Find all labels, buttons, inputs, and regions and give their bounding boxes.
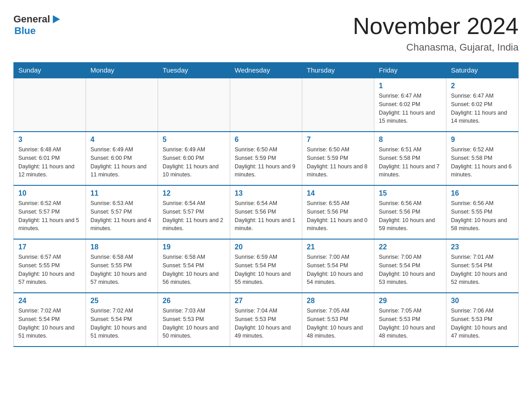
day-header-wednesday: Wednesday bbox=[230, 63, 302, 78]
day-number: 7 bbox=[307, 136, 369, 144]
day-info: Sunrise: 6:59 AM Sunset: 5:54 PM Dayligh… bbox=[235, 253, 297, 287]
day-info: Sunrise: 7:02 AM Sunset: 5:54 PM Dayligh… bbox=[90, 307, 153, 340]
calendar-cell: 22Sunrise: 7:00 AM Sunset: 5:54 PM Dayli… bbox=[374, 239, 446, 293]
day-info: Sunrise: 6:49 AM Sunset: 6:00 PM Dayligh… bbox=[163, 146, 225, 179]
day-number: 30 bbox=[451, 297, 514, 305]
day-number: 22 bbox=[379, 243, 442, 251]
day-number: 29 bbox=[379, 297, 442, 305]
calendar-cell: 30Sunrise: 7:06 AM Sunset: 5:53 PM Dayli… bbox=[446, 293, 519, 347]
day-header-thursday: Thursday bbox=[302, 63, 374, 78]
day-number: 16 bbox=[451, 189, 514, 197]
day-header-friday: Friday bbox=[374, 63, 446, 78]
calendar-cell: 6Sunrise: 6:50 AM Sunset: 5:59 PM Daylig… bbox=[230, 132, 302, 185]
day-info: Sunrise: 6:55 AM Sunset: 5:56 PM Dayligh… bbox=[307, 199, 369, 233]
day-number: 24 bbox=[18, 297, 81, 305]
calendar-cell: 18Sunrise: 6:58 AM Sunset: 5:55 PM Dayli… bbox=[86, 239, 158, 293]
calendar-cell: 17Sunrise: 6:57 AM Sunset: 5:55 PM Dayli… bbox=[14, 239, 86, 293]
calendar-cell: 29Sunrise: 7:05 AM Sunset: 5:53 PM Dayli… bbox=[374, 293, 446, 347]
calendar-cell bbox=[230, 78, 302, 132]
day-number: 18 bbox=[90, 243, 153, 251]
calendar-cell: 16Sunrise: 6:56 AM Sunset: 5:55 PM Dayli… bbox=[446, 185, 519, 239]
day-info: Sunrise: 6:52 AM Sunset: 5:58 PM Dayligh… bbox=[451, 146, 514, 179]
day-number: 15 bbox=[379, 189, 442, 197]
calendar-cell: 24Sunrise: 7:02 AM Sunset: 5:54 PM Dayli… bbox=[14, 293, 86, 347]
day-info: Sunrise: 7:06 AM Sunset: 5:53 PM Dayligh… bbox=[451, 307, 514, 340]
day-info: Sunrise: 7:00 AM Sunset: 5:54 PM Dayligh… bbox=[307, 253, 369, 287]
day-number: 12 bbox=[163, 189, 225, 197]
calendar-cell bbox=[14, 78, 86, 132]
calendar-cell: 28Sunrise: 7:05 AM Sunset: 5:53 PM Dayli… bbox=[302, 293, 374, 347]
day-number: 13 bbox=[235, 189, 297, 197]
day-number: 21 bbox=[307, 243, 369, 251]
day-number: 14 bbox=[307, 189, 369, 197]
day-number: 28 bbox=[307, 297, 369, 305]
svg-marker-0 bbox=[53, 15, 60, 23]
day-number: 25 bbox=[90, 297, 153, 305]
day-info: Sunrise: 7:05 AM Sunset: 5:53 PM Dayligh… bbox=[307, 307, 369, 340]
calendar-cell: 3Sunrise: 6:48 AM Sunset: 6:01 PM Daylig… bbox=[14, 132, 86, 185]
calendar-cell: 15Sunrise: 6:56 AM Sunset: 5:56 PM Dayli… bbox=[374, 185, 446, 239]
day-info: Sunrise: 6:58 AM Sunset: 5:54 PM Dayligh… bbox=[163, 253, 225, 287]
calendar-cell: 7Sunrise: 6:50 AM Sunset: 5:59 PM Daylig… bbox=[302, 132, 374, 185]
calendar-cell: 26Sunrise: 7:03 AM Sunset: 5:53 PM Dayli… bbox=[158, 293, 230, 347]
page-header: General Blue November 2024 Chanasma, Guj… bbox=[13, 13, 519, 53]
logo-blue-text: Blue bbox=[14, 25, 36, 37]
day-number: 3 bbox=[18, 136, 81, 144]
week-row-3: 10Sunrise: 6:52 AM Sunset: 5:57 PM Dayli… bbox=[14, 185, 519, 239]
day-info: Sunrise: 7:05 AM Sunset: 5:53 PM Dayligh… bbox=[379, 307, 442, 340]
day-number: 8 bbox=[379, 136, 442, 144]
day-info: Sunrise: 6:48 AM Sunset: 6:01 PM Dayligh… bbox=[18, 146, 81, 179]
day-info: Sunrise: 6:49 AM Sunset: 6:00 PM Dayligh… bbox=[90, 146, 153, 179]
calendar-cell: 1Sunrise: 6:47 AM Sunset: 6:02 PM Daylig… bbox=[374, 78, 446, 132]
day-info: Sunrise: 6:51 AM Sunset: 5:58 PM Dayligh… bbox=[379, 146, 442, 179]
day-info: Sunrise: 6:56 AM Sunset: 5:55 PM Dayligh… bbox=[451, 199, 514, 233]
calendar-cell: 11Sunrise: 6:53 AM Sunset: 5:57 PM Dayli… bbox=[86, 185, 158, 239]
day-number: 26 bbox=[163, 297, 225, 305]
days-of-week-row: SundayMondayTuesdayWednesdayThursdayFrid… bbox=[14, 63, 519, 78]
day-number: 4 bbox=[90, 136, 153, 144]
day-number: 1 bbox=[379, 82, 442, 90]
day-info: Sunrise: 6:47 AM Sunset: 6:02 PM Dayligh… bbox=[451, 92, 514, 125]
day-number: 20 bbox=[235, 243, 297, 251]
logo-general-text: General bbox=[13, 13, 50, 25]
day-number: 11 bbox=[90, 189, 153, 197]
calendar-cell: 8Sunrise: 6:51 AM Sunset: 5:58 PM Daylig… bbox=[374, 132, 446, 185]
calendar-cell bbox=[158, 78, 230, 132]
day-info: Sunrise: 6:47 AM Sunset: 6:02 PM Dayligh… bbox=[379, 92, 442, 125]
calendar-cell: 14Sunrise: 6:55 AM Sunset: 5:56 PM Dayli… bbox=[302, 185, 374, 239]
logo-triangle-icon bbox=[51, 14, 61, 24]
day-number: 19 bbox=[163, 243, 225, 251]
day-info: Sunrise: 6:53 AM Sunset: 5:57 PM Dayligh… bbox=[90, 199, 153, 233]
day-number: 27 bbox=[235, 297, 297, 305]
day-info: Sunrise: 6:56 AM Sunset: 5:56 PM Dayligh… bbox=[379, 199, 442, 233]
day-number: 5 bbox=[163, 136, 225, 144]
calendar-table: SundayMondayTuesdayWednesdayThursdayFrid… bbox=[13, 62, 519, 347]
calendar-subtitle: Chanasma, Gujarat, India bbox=[353, 42, 519, 53]
calendar-cell bbox=[302, 78, 374, 132]
day-info: Sunrise: 6:50 AM Sunset: 5:59 PM Dayligh… bbox=[235, 146, 297, 179]
calendar-cell bbox=[86, 78, 158, 132]
calendar-title-block: November 2024 Chanasma, Gujarat, India bbox=[353, 13, 519, 53]
calendar-cell: 19Sunrise: 6:58 AM Sunset: 5:54 PM Dayli… bbox=[158, 239, 230, 293]
day-info: Sunrise: 7:00 AM Sunset: 5:54 PM Dayligh… bbox=[379, 253, 442, 287]
calendar-cell: 23Sunrise: 7:01 AM Sunset: 5:54 PM Dayli… bbox=[446, 239, 519, 293]
day-info: Sunrise: 6:57 AM Sunset: 5:55 PM Dayligh… bbox=[18, 253, 81, 287]
week-row-2: 3Sunrise: 6:48 AM Sunset: 6:01 PM Daylig… bbox=[14, 132, 519, 185]
calendar-cell: 10Sunrise: 6:52 AM Sunset: 5:57 PM Dayli… bbox=[14, 185, 86, 239]
day-header-saturday: Saturday bbox=[446, 63, 519, 78]
calendar-cell: 20Sunrise: 6:59 AM Sunset: 5:54 PM Dayli… bbox=[230, 239, 302, 293]
calendar-cell: 4Sunrise: 6:49 AM Sunset: 6:00 PM Daylig… bbox=[86, 132, 158, 185]
day-info: Sunrise: 7:02 AM Sunset: 5:54 PM Dayligh… bbox=[18, 307, 81, 340]
day-info: Sunrise: 6:50 AM Sunset: 5:59 PM Dayligh… bbox=[307, 146, 369, 179]
day-header-sunday: Sunday bbox=[14, 63, 86, 78]
day-header-tuesday: Tuesday bbox=[158, 63, 230, 78]
calendar-cell: 27Sunrise: 7:04 AM Sunset: 5:53 PM Dayli… bbox=[230, 293, 302, 347]
day-header-monday: Monday bbox=[86, 63, 158, 78]
day-info: Sunrise: 7:04 AM Sunset: 5:53 PM Dayligh… bbox=[235, 307, 297, 340]
day-info: Sunrise: 6:54 AM Sunset: 5:56 PM Dayligh… bbox=[235, 199, 297, 233]
calendar-header: SundayMondayTuesdayWednesdayThursdayFrid… bbox=[14, 63, 519, 78]
week-row-5: 24Sunrise: 7:02 AM Sunset: 5:54 PM Dayli… bbox=[14, 293, 519, 347]
calendar-cell: 25Sunrise: 7:02 AM Sunset: 5:54 PM Dayli… bbox=[86, 293, 158, 347]
day-info: Sunrise: 6:52 AM Sunset: 5:57 PM Dayligh… bbox=[18, 199, 81, 233]
day-number: 23 bbox=[451, 243, 514, 251]
